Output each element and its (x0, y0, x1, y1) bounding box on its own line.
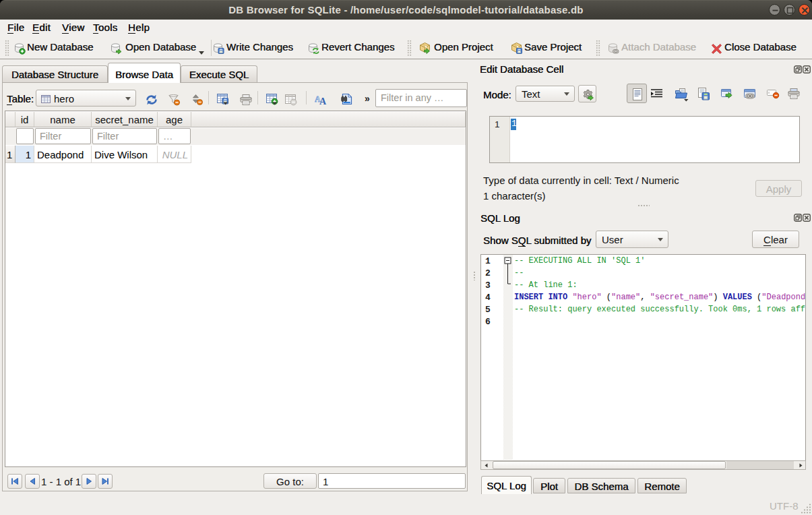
svg-text:A: A (319, 96, 327, 105)
